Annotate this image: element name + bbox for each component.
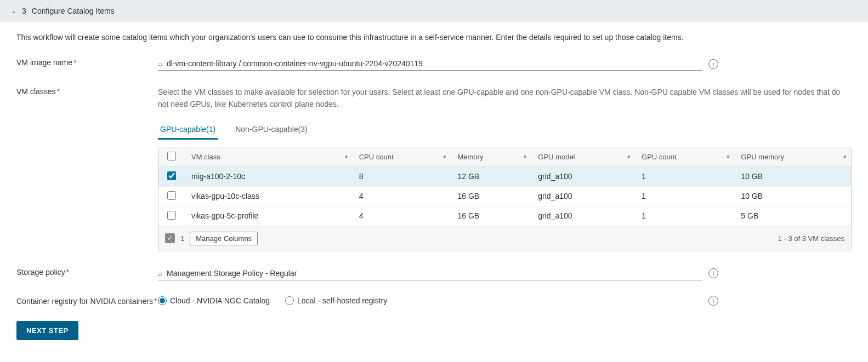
search-icon: ⌕ <box>158 59 162 68</box>
next-step-button[interactable]: NEXT STEP <box>16 321 78 340</box>
step-header[interactable]: ⌄ 3 Configure Catalog Items <box>0 0 868 22</box>
tab-gpu-capable[interactable]: GPU-capable(1) <box>158 120 218 140</box>
search-icon: ⌕ <box>158 269 162 278</box>
selected-count: 1 <box>180 234 184 243</box>
radio-local-registry[interactable]: Local - self-hosted registry <box>285 296 387 305</box>
storage-policy-label: Storage policy* <box>16 267 158 277</box>
pagination-range: 1 - 3 of 3 VM classes <box>778 234 844 243</box>
vm-image-input[interactable] <box>167 59 702 68</box>
col-memory[interactable]: Memory▾ <box>451 147 531 167</box>
cell-gpu-count: 1 <box>635 206 734 226</box>
selected-indicator-icon: ✓ <box>165 233 175 243</box>
col-gpu-model[interactable]: GPU model▾ <box>531 147 635 167</box>
vm-image-label: VM image name* <box>16 57 158 67</box>
col-vm-class[interactable]: VM class▾ <box>185 147 353 167</box>
cell-vm-class: mig-a100-2-10c <box>185 166 353 186</box>
cell-cpu: 8 <box>353 166 451 186</box>
vm-class-table: VM class▾ CPU count▾ Memory▾ GPU model▾ … <box>158 147 852 251</box>
cell-gpu-model: grid_a100 <box>531 166 635 186</box>
storage-policy-input[interactable] <box>167 269 702 278</box>
vm-classes-label: VM classes* <box>16 86 158 96</box>
filter-icon[interactable]: ▾ <box>345 153 348 160</box>
manage-columns-button[interactable]: Manage Columns <box>190 232 258 245</box>
cell-memory: 16 GB <box>451 206 531 226</box>
row-checkbox[interactable] <box>167 211 176 220</box>
info-icon[interactable]: i <box>708 268 718 278</box>
radio-local-input[interactable] <box>285 296 294 305</box>
filter-icon[interactable]: ▾ <box>443 153 446 160</box>
table-row[interactable]: vikas-gpu-10c-class 4 16 GB grid_a100 1 … <box>158 186 851 206</box>
info-icon[interactable]: i <box>708 59 718 69</box>
filter-icon[interactable]: ▾ <box>524 153 527 160</box>
cell-gpu-memory: 10 GB <box>734 166 851 186</box>
cell-cpu: 4 <box>353 186 451 206</box>
filter-icon[interactable]: ▾ <box>843 153 847 160</box>
radio-cloud-input[interactable] <box>158 296 167 305</box>
filter-icon[interactable]: ▾ <box>627 153 631 160</box>
info-icon[interactable]: i <box>708 296 718 306</box>
radio-cloud-ngc[interactable]: Cloud - NVIDIA NGC Catalog <box>158 296 270 305</box>
table-row[interactable]: mig-a100-2-10c 8 12 GB grid_a100 1 10 GB <box>158 166 851 186</box>
tab-non-gpu-capable[interactable]: Non-GPU-capable(3) <box>233 120 310 140</box>
cell-vm-class: vikas-gpu-10c-class <box>185 186 353 206</box>
table-row[interactable]: vikas-gpu-5c-profile 4 16 GB grid_a100 1… <box>158 206 851 226</box>
col-cpu-count[interactable]: CPU count▾ <box>353 147 451 167</box>
vm-class-tabs: GPU-capable(1) Non-GPU-capable(3) <box>158 120 852 140</box>
cell-memory: 16 GB <box>451 186 531 206</box>
cell-gpu-model: grid_a100 <box>531 206 635 226</box>
filter-icon[interactable]: ▾ <box>727 153 730 160</box>
chevron-down-icon: ⌄ <box>11 7 16 15</box>
cell-vm-class: vikas-gpu-5c-profile <box>185 206 353 226</box>
cell-cpu: 4 <box>353 206 451 226</box>
select-all-checkbox[interactable] <box>167 152 176 160</box>
cell-memory: 12 GB <box>451 166 531 186</box>
col-gpu-count[interactable]: GPU count▾ <box>635 147 734 167</box>
row-checkbox[interactable] <box>167 191 176 200</box>
step-number: 3 <box>22 7 26 15</box>
table-footer: ✓ 1 Manage Columns 1 - 3 of 3 VM classes <box>158 226 851 251</box>
cell-gpu-count: 1 <box>635 166 734 186</box>
cell-gpu-model: grid_a100 <box>531 186 635 206</box>
row-checkbox[interactable] <box>167 171 176 180</box>
step-title: Configure Catalog Items <box>32 7 115 15</box>
vm-classes-help: Select the VM classes to make available … <box>158 86 852 111</box>
cell-gpu-memory: 10 GB <box>734 186 851 206</box>
col-gpu-memory[interactable]: GPU memory▾ <box>734 147 851 167</box>
cell-gpu-count: 1 <box>635 186 734 206</box>
container-registry-label: Container registry for NVIDIA containers… <box>16 296 158 306</box>
cell-gpu-memory: 5 GB <box>734 206 851 226</box>
workflow-description: This workflow will create some catalog i… <box>16 33 852 42</box>
